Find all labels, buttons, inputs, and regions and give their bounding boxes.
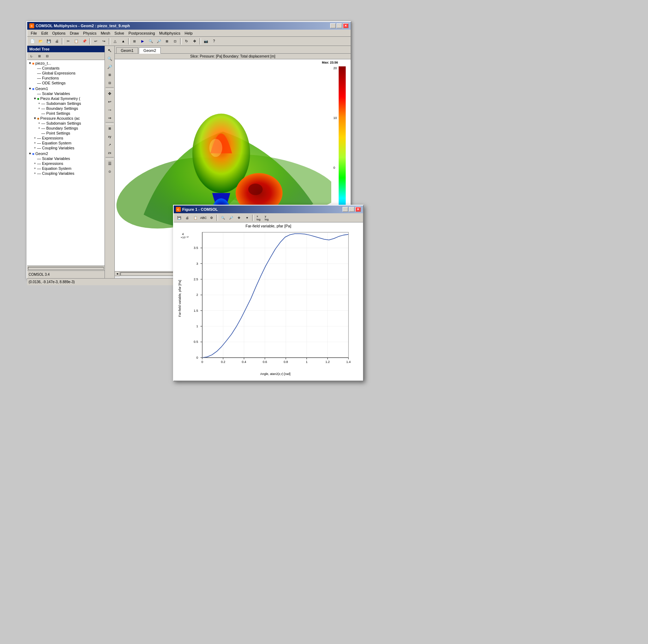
tree-item-boundary-1[interactable]: + — Boundary Settings xyxy=(27,106,105,111)
tree-item-point-2[interactable]: — Point Settings xyxy=(27,131,105,136)
tree-item-boundary-2[interactable]: + — Boundary Settings xyxy=(27,126,105,131)
maximize-button[interactable]: □ xyxy=(337,23,342,28)
zoom-selection-button[interactable]: ⊡ xyxy=(171,38,179,45)
fig-zoom-out-btn[interactable]: 🔎 xyxy=(227,214,235,221)
tree-item-ode[interactable]: — ODE Settings xyxy=(27,80,105,85)
tree-expand-btn[interactable]: ⊞ xyxy=(36,53,43,60)
menu-mesh[interactable]: Mesh xyxy=(99,30,112,36)
menu-physics[interactable]: Physics xyxy=(81,30,99,36)
tree-item-pressure-acoustics[interactable]: ▼ ■ Pressure Acoustics (ac xyxy=(27,116,105,121)
tree-collapse-btn[interactable]: ⊟ xyxy=(43,53,51,60)
paste-button[interactable]: 📌 xyxy=(81,38,88,45)
fig-save-btn[interactable]: 💾 xyxy=(175,214,183,221)
side-btn-4[interactable]: ⊞ xyxy=(106,71,114,79)
tree-item-equation-system-2[interactable]: + — Equation System xyxy=(27,166,105,171)
pan-button[interactable]: ✥ xyxy=(191,38,198,45)
menu-file[interactable]: File xyxy=(29,30,39,36)
fig-point-btn[interactable]: ✦ xyxy=(243,214,251,221)
side-btn-10[interactable]: ⊠ xyxy=(106,125,114,132)
menu-options[interactable]: Options xyxy=(50,30,68,36)
fig-copy-btn[interactable]: 📋 xyxy=(191,214,199,221)
side-btn-1[interactable]: ↖ xyxy=(106,47,114,54)
menu-solve[interactable]: Solve xyxy=(112,30,126,36)
fig-pan-btn[interactable]: ✥ xyxy=(235,214,243,221)
mesh-button[interactable]: ⊞ xyxy=(131,38,138,45)
draw-line-button[interactable]: ▲ xyxy=(119,38,127,45)
close-button[interactable]: ✕ xyxy=(343,23,349,28)
solve-button[interactable]: ▶ xyxy=(139,38,147,45)
help-button[interactable]: ? xyxy=(210,38,218,45)
tree-item-geom1[interactable]: ▼ ■ Geom1 xyxy=(27,86,105,91)
side-btn-12[interactable]: ↗ xyxy=(106,141,114,149)
tree-expand-sub1[interactable]: + xyxy=(37,101,41,106)
tree-item-subdomain-1[interactable]: + — Subdomain Settings xyxy=(27,101,105,106)
tree-item-expressions-1[interactable]: + — Expressions xyxy=(27,136,105,141)
rotate-button[interactable]: ↻ xyxy=(183,38,190,45)
tree-item-subdomain-2[interactable]: + — Subdomain Settings xyxy=(27,121,105,126)
menu-multiphysics[interactable]: Multiphysics xyxy=(157,30,183,36)
tree-item-piezo[interactable]: ▼ ■ piezo_t... xyxy=(27,61,105,66)
side-btn-11[interactable]: xy xyxy=(106,133,114,141)
tree-expand-bnd2[interactable]: + xyxy=(37,126,41,130)
tree-item-coupling-vars-1[interactable]: + — Coupling Variables xyxy=(27,145,105,150)
tree-item-coupling-vars-2[interactable]: + — Coupling Variables xyxy=(27,171,105,176)
fig-zoom-in-btn[interactable]: 🔍 xyxy=(219,214,227,221)
tree-item-geom2[interactable]: ▼ ■ Geom2 xyxy=(27,151,105,156)
tree-expand-cv2[interactable]: + xyxy=(33,171,37,175)
side-btn-5[interactable]: ⊟ xyxy=(106,79,114,87)
side-btn-13[interactable]: zx xyxy=(106,149,114,157)
tree-expand-piezo[interactable]: ▼ xyxy=(28,61,32,65)
fig-print-btn[interactable]: 🖨 xyxy=(183,214,191,221)
tree-item-global-expressions[interactable]: — Global Expressions xyxy=(27,71,105,76)
side-btn-6[interactable]: ✥ xyxy=(106,90,114,97)
tree-item-constants[interactable]: — Constants xyxy=(27,66,105,71)
open-button[interactable]: 📂 xyxy=(37,38,44,45)
tree-scrollbar[interactable] xyxy=(27,266,105,270)
draw-point-button[interactable]: △ xyxy=(111,38,119,45)
tree-item-expressions-2[interactable]: + — Expressions xyxy=(27,161,105,166)
print-button[interactable]: 🖨 xyxy=(53,38,61,45)
copy-button[interactable]: 📋 xyxy=(72,38,80,45)
tree-expand-piezo-axial[interactable]: ▼ xyxy=(33,96,37,101)
tree-item-equation-system-1[interactable]: + — Equation System xyxy=(27,141,105,145)
menu-edit[interactable]: Edit xyxy=(39,30,50,36)
tree-expand-pa[interactable]: ▼ xyxy=(33,116,37,120)
tree-expand-sub2[interactable]: + xyxy=(37,121,41,125)
undo-button[interactable]: ↩ xyxy=(92,38,100,45)
side-btn-9[interactable]: ⇒ xyxy=(106,114,114,122)
redo-button[interactable]: ↪ xyxy=(100,38,108,45)
tree-item-scalar-vars-2[interactable]: — Scalar Variables xyxy=(27,156,105,161)
tree-item-point-1[interactable]: — Point Settings xyxy=(27,111,105,116)
zoom-in-button[interactable]: 🔍 xyxy=(147,38,155,45)
tree-expand-geom2[interactable]: ▼ xyxy=(28,151,32,156)
tree-expand-expr1[interactable]: + xyxy=(33,136,37,140)
new-button[interactable]: 📄 xyxy=(29,38,36,45)
tab-geom2[interactable]: Geom2 xyxy=(139,47,161,54)
menu-draw[interactable]: Draw xyxy=(68,30,81,36)
figure-close-btn[interactable]: ✕ xyxy=(355,207,361,212)
figure-minimize-btn[interactable]: _ xyxy=(343,207,348,212)
tab-geom1[interactable]: Geom1 xyxy=(116,47,138,53)
tree-expand-eq2[interactable]: + xyxy=(33,166,37,171)
side-btn-3[interactable]: 🔎 xyxy=(106,63,114,71)
fig-settings-btn[interactable]: ⚙ xyxy=(208,214,215,221)
fig-xlog-btn[interactable]: xlog xyxy=(255,214,262,221)
side-btn-14[interactable]: ☰ xyxy=(106,160,114,167)
tree-item-piezo-axial[interactable]: ▼ ■ Piezo Axial Symmetry ( xyxy=(27,96,105,101)
tree-up-btn[interactable]: L· xyxy=(28,53,36,60)
tree-expand-cv1[interactable]: + xyxy=(33,146,37,150)
side-btn-2[interactable]: 🔍 xyxy=(106,55,114,62)
fig-abc-btn[interactable]: ABC xyxy=(200,214,207,221)
tree-expand-expr2[interactable]: + xyxy=(33,161,37,166)
cut-button[interactable]: ✂ xyxy=(64,38,72,45)
figure-maximize-btn[interactable]: □ xyxy=(349,207,355,212)
side-btn-7[interactable]: ↩ xyxy=(106,98,114,106)
tree-item-scalar-vars-1[interactable]: — Scalar Variables xyxy=(27,91,105,96)
zoom-out-button[interactable]: 🔎 xyxy=(155,38,163,45)
menu-help[interactable]: Help xyxy=(183,30,195,36)
tree-item-functions[interactable]: — Functions xyxy=(27,76,105,80)
tree-expand-bnd1[interactable]: + xyxy=(37,106,41,111)
fig-ylog-btn[interactable]: ylog xyxy=(263,214,271,221)
side-btn-15[interactable]: ⊙ xyxy=(106,168,114,175)
menu-postprocessing[interactable]: Postprocessing xyxy=(126,30,157,36)
